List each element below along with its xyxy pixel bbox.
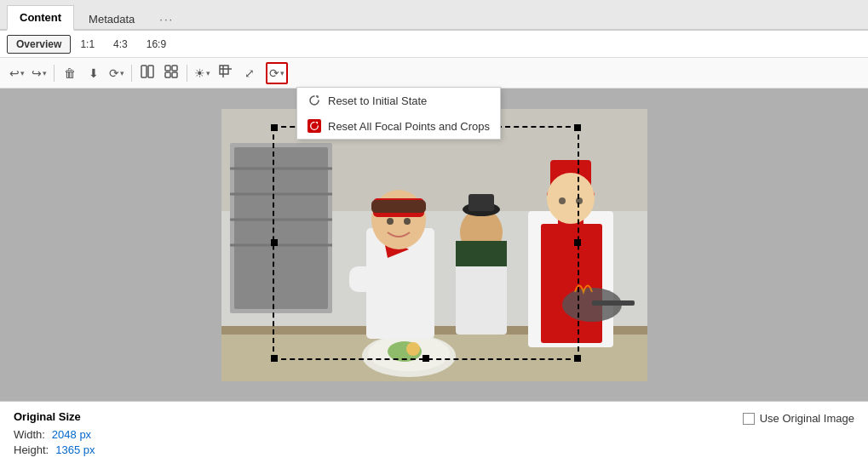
- redo-icon: ↪: [32, 66, 42, 80]
- grid-view-icon: [164, 65, 178, 81]
- chef-image: [221, 109, 647, 381]
- svg-rect-4: [165, 72, 170, 77]
- svg-rect-35: [456, 241, 507, 266]
- tab-bar: Content Metadata ···: [0, 0, 868, 31]
- reset-initial-state-item[interactable]: Reset to Initial State: [297, 88, 500, 113]
- reset-icon: ⟳: [269, 66, 279, 80]
- reset-dropdown-arrow: ▾: [280, 69, 285, 77]
- reset-all-label: Reset All Focal Points and Crops: [328, 120, 490, 133]
- width-row: Width: 2048 px: [14, 428, 743, 441]
- delete-icon: 🗑: [64, 66, 76, 80]
- svg-point-41: [547, 173, 595, 224]
- view-bar: Overview 1:1 4:3 16:9: [0, 31, 868, 58]
- reset-all-icon: [308, 119, 321, 133]
- width-value: 2048 px: [52, 428, 91, 441]
- brightness-icon: ☀: [194, 66, 205, 80]
- redo-button[interactable]: ↪ ▾: [29, 62, 49, 84]
- height-row: Height: 1365 px: [14, 443, 743, 456]
- toolbar-separator-2: [131, 65, 132, 82]
- use-original-checkbox[interactable]: [743, 413, 755, 425]
- svg-point-30: [404, 218, 411, 225]
- tab-more[interactable]: ···: [152, 8, 181, 31]
- svg-rect-34: [468, 194, 494, 211]
- svg-rect-12: [234, 147, 328, 309]
- undo-dropdown-arrow: ▾: [20, 69, 25, 77]
- svg-rect-45: [592, 300, 635, 306]
- svg-point-43: [576, 197, 583, 204]
- info-bar: Original Size Width: 2048 px Height: 136…: [0, 401, 868, 469]
- reset-button[interactable]: ⟳ ▾: [266, 62, 288, 84]
- delete-button[interactable]: 🗑: [59, 62, 81, 84]
- view-4-3[interactable]: 4:3: [104, 35, 137, 54]
- rotate-dropdown-arrow: ▾: [120, 69, 124, 77]
- rotate-icon: ⟳: [109, 66, 119, 80]
- rotate-button[interactable]: ⟳ ▾: [106, 62, 127, 84]
- tab-metadata[interactable]: Metadata: [76, 7, 147, 31]
- svg-rect-25: [349, 266, 434, 292]
- view-overview[interactable]: Overview: [7, 35, 71, 54]
- use-original-label: Use Original Image: [760, 412, 854, 425]
- brightness-button[interactable]: ☀ ▾: [192, 62, 213, 84]
- svg-rect-5: [172, 72, 177, 77]
- svg-rect-28: [371, 200, 426, 213]
- use-original-checkbox-area[interactable]: Use Original Image: [743, 412, 854, 425]
- column-view-icon: [141, 65, 154, 81]
- svg-rect-1: [148, 66, 153, 77]
- info-left: Original Size Width: 2048 px Height: 136…: [14, 410, 743, 459]
- height-value: 1365 px: [55, 443, 95, 456]
- view-1-1[interactable]: 1:1: [71, 35, 104, 54]
- reset-dropdown-menu: Reset to Initial State Reset All Focal P…: [296, 87, 501, 140]
- svg-point-29: [387, 218, 394, 225]
- download-button[interactable]: ⬇: [83, 62, 105, 84]
- reset-all-focal-item[interactable]: Reset All Focal Points and Crops: [297, 113, 500, 139]
- brightness-dropdown-arrow: ▾: [206, 69, 210, 77]
- svg-rect-37: [541, 224, 602, 343]
- expand-button[interactable]: ⤢: [239, 62, 261, 84]
- undo-button[interactable]: ↩ ▾: [7, 62, 27, 84]
- main-content: Overview 1:1 4:3 16:9 ↩ ▾ ↪ ▾ 🗑 ⬇ ⟳ ▾: [0, 31, 868, 469]
- column-view-button[interactable]: [136, 62, 158, 84]
- redo-dropdown-arrow: ▾: [43, 69, 47, 77]
- width-label: Width:: [14, 428, 45, 441]
- view-16-9[interactable]: 16:9: [137, 35, 175, 54]
- toolbar-separator-1: [54, 65, 55, 82]
- download-icon: ⬇: [89, 66, 99, 80]
- svg-rect-6: [220, 66, 228, 74]
- svg-point-42: [559, 197, 566, 204]
- info-right: Use Original Image: [743, 410, 854, 425]
- svg-point-22: [406, 342, 420, 356]
- expand-icon: ⤢: [244, 66, 255, 80]
- svg-rect-3: [172, 66, 177, 71]
- tab-content[interactable]: Content: [7, 5, 74, 31]
- height-label: Height:: [14, 443, 49, 456]
- crop-button[interactable]: [215, 62, 237, 84]
- toolbar: ↩ ▾ ↪ ▾ 🗑 ⬇ ⟳ ▾: [0, 58, 868, 89]
- grid-view-button[interactable]: [160, 62, 182, 84]
- svg-rect-0: [141, 66, 147, 77]
- svg-rect-2: [165, 66, 170, 71]
- reset-initial-label: Reset to Initial State: [328, 94, 427, 107]
- toolbar-separator-3: [187, 65, 187, 82]
- crop-icon: [219, 65, 233, 81]
- undo-icon: ↩: [9, 66, 20, 80]
- original-size-title: Original Size: [14, 410, 743, 423]
- chef-svg: [221, 109, 647, 381]
- reset-initial-icon: [308, 94, 321, 107]
